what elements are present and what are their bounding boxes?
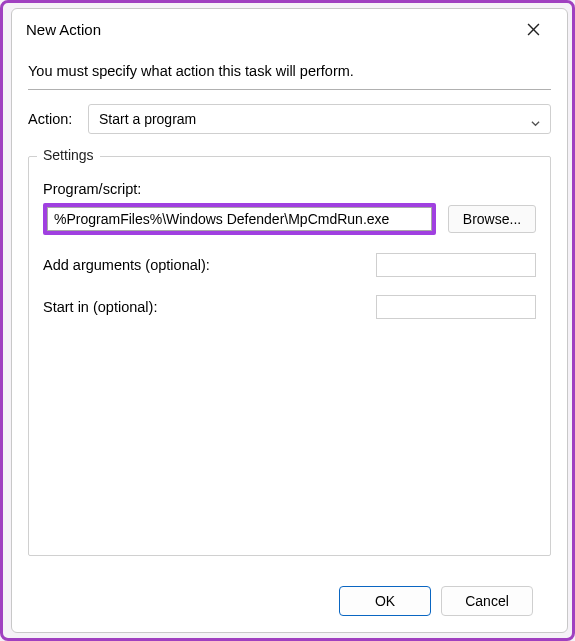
program-script-label: Program/script: bbox=[43, 181, 536, 197]
titlebar: New Action bbox=[12, 9, 567, 45]
settings-legend: Settings bbox=[37, 147, 100, 163]
cancel-button[interactable]: Cancel bbox=[441, 586, 533, 616]
ok-button[interactable]: OK bbox=[339, 586, 431, 616]
dialog-footer: OK Cancel bbox=[28, 574, 551, 632]
instruction-text: You must specify what action this task w… bbox=[28, 55, 551, 89]
new-action-dialog: New Action You must specify what action … bbox=[11, 8, 568, 633]
program-script-input[interactable] bbox=[47, 207, 432, 231]
chevron-down-icon bbox=[531, 115, 540, 124]
window-title: New Action bbox=[26, 21, 101, 38]
startin-input[interactable] bbox=[376, 295, 536, 319]
program-input-highlight bbox=[43, 203, 436, 235]
divider bbox=[28, 89, 551, 90]
close-icon bbox=[527, 23, 540, 36]
close-button[interactable] bbox=[513, 15, 553, 43]
action-label: Action: bbox=[28, 111, 78, 127]
dialog-body: You must specify what action this task w… bbox=[12, 45, 567, 632]
action-row: Action: Start a program bbox=[28, 104, 551, 134]
settings-group: Settings Program/script: Browse... Add a… bbox=[28, 156, 551, 556]
arguments-label: Add arguments (optional): bbox=[43, 257, 210, 273]
browse-button[interactable]: Browse... bbox=[448, 205, 536, 233]
action-dropdown-value: Start a program bbox=[99, 111, 196, 127]
action-dropdown[interactable]: Start a program bbox=[88, 104, 551, 134]
startin-label: Start in (optional): bbox=[43, 299, 157, 315]
arguments-input[interactable] bbox=[376, 253, 536, 277]
